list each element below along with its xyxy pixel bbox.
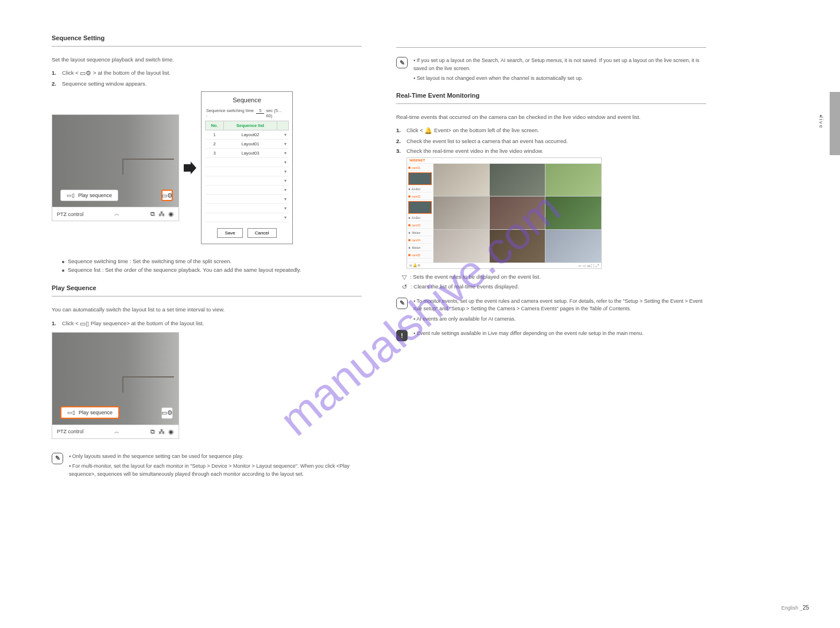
table-row[interactable]: ▾ xyxy=(206,204,289,213)
camera-tile[interactable] xyxy=(545,164,601,197)
panel-footer: PTZ control ︿ ⧉ ⁂ ◉ xyxy=(52,207,179,221)
seq-shot-row: ▭▯ Play sequence ▭⚙ PTZ control ︿ ⧉ ⁂ xyxy=(52,91,362,244)
side-tab-label: live xyxy=(818,115,825,129)
camera-tile[interactable] xyxy=(490,197,545,229)
event-caution: ! ▪ Event rule settings available in Liv… xyxy=(396,330,706,341)
note-icon: ✎ xyxy=(396,298,408,309)
table-row[interactable]: 3Layout03▾ xyxy=(206,149,289,158)
sw-time-label: Sequence switching time : xyxy=(206,108,254,118)
table-row[interactable]: 2Layout01▾ xyxy=(206,140,289,149)
sequence-settings-button[interactable]: ▭⚙ xyxy=(161,190,173,201)
camera-tile[interactable] xyxy=(545,230,601,263)
app-logo: WISENET xyxy=(409,159,425,162)
camera-tile[interactable] xyxy=(433,197,489,229)
settings-icon: ▭⚙ xyxy=(161,409,173,417)
heading-event-monitoring: Real-Time Event Monitoring xyxy=(396,92,706,99)
thumbnail[interactable] xyxy=(408,201,432,214)
list-item[interactable]: cam01 xyxy=(408,165,432,171)
save-button[interactable]: Save xyxy=(217,228,242,238)
note-icon: ✎ xyxy=(396,57,408,68)
sequence-icon: ▭▯ xyxy=(67,192,75,198)
panel-footer: PTZ control ︿ ⧉ ⁂ ◉ xyxy=(52,425,179,438)
clear-icon: ↺ xyxy=(402,283,407,291)
table-row[interactable]: ▾ xyxy=(206,186,289,195)
camera-tile[interactable] xyxy=(490,164,545,197)
video-grid xyxy=(433,164,601,263)
bullet-sw-time: Sequence switching time : Set the switch… xyxy=(62,258,362,264)
list-item[interactable]: ⏵ Motion xyxy=(408,245,432,251)
table-row[interactable]: ▾ xyxy=(206,195,289,204)
camera-preview: ▭▯ Play sequence ▭⚙ xyxy=(52,115,179,207)
divider xyxy=(52,296,362,296)
sequence-icon: ▭▯ xyxy=(80,320,89,328)
table-row[interactable]: 1Layout02▾ xyxy=(206,130,289,140)
sequence-table: No. Sequence list 1Layout02▾ 2Layout01▾ … xyxy=(205,121,289,222)
list-item[interactable]: ⏵ Motion xyxy=(408,230,432,236)
rec-icon[interactable]: ◉ xyxy=(168,210,174,218)
event-monitor-screenshot: WISENET cam01 ⏵ AI+Evt cam02 ⏵ AI+Evt ca… xyxy=(407,157,602,269)
table-row[interactable]: ▾ xyxy=(206,213,289,222)
footer-icons-left[interactable]: ⧉ 🔔 ⚙ xyxy=(409,263,420,268)
event-sidebar: cam01 ⏵ AI+Evt cam02 ⏵ AI+Evt cam03 ⏵ Mo… xyxy=(407,164,433,263)
chevron-up-icon[interactable]: ︿ xyxy=(114,428,119,436)
play-seq-desc: You can automatically switch the layout … xyxy=(52,306,362,314)
footer-icons-right[interactable]: ▭ ▭ ⊞ ⛶ ⤢ xyxy=(578,264,599,268)
event-note: ✎ ▪ To monitor events, set up the event … xyxy=(396,298,706,323)
divider xyxy=(396,103,706,104)
list-item[interactable]: ⏵ AI+Evt xyxy=(408,186,432,192)
filter-icon-line: ▽ : Sets the event rules to be displayed… xyxy=(402,273,706,281)
sequence-dialog: Sequence Sequence switching time : 5 sec… xyxy=(201,91,293,244)
sequence-settings-button[interactable]: ▭⚙ xyxy=(161,407,173,419)
list-item[interactable]: cam02 xyxy=(408,194,432,200)
thumbnail[interactable] xyxy=(408,172,432,185)
camera-tile[interactable] xyxy=(490,230,545,263)
sequence-icon: ▭▯ xyxy=(67,410,75,415)
settings-icon: ▭⚙ xyxy=(161,192,173,199)
rec-icon[interactable]: ◉ xyxy=(168,428,174,436)
bell-icon: 🔔 xyxy=(424,127,432,134)
list-item[interactable]: ⏵ AI+Evt xyxy=(408,215,432,221)
play-seq-note: ✎ ▪ Only layouts saved in the sequence s… xyxy=(52,453,362,479)
popout-icon[interactable]: ⧉ xyxy=(150,428,155,436)
table-row[interactable]: ▾ xyxy=(206,176,289,186)
event-desc: Real-time events that occurred on the ca… xyxy=(396,113,706,121)
event-step-3: 3.Check the real-time event video in the… xyxy=(396,148,706,154)
seq-screenshot-panel: ▭▯ Play sequence ▭⚙ PTZ control ︿ ⧉ ⁂ xyxy=(52,114,179,221)
side-tab-bar xyxy=(830,92,840,155)
chevron-up-icon[interactable]: ︿ xyxy=(114,210,119,218)
filter-icon: ▽ xyxy=(402,273,407,281)
snapshot-icon[interactable]: ⁂ xyxy=(158,210,165,218)
page-container: Sequence Setting Set the layout sequence… xyxy=(52,34,706,485)
list-item[interactable]: cam05 xyxy=(408,252,432,259)
sw-time-input[interactable]: 5 xyxy=(256,108,264,114)
play-sequence-button[interactable]: ▭▯ Play sequence xyxy=(60,190,118,201)
settings-icon: ▭⚙ xyxy=(80,70,91,77)
save-note: ✎ ▪ If you set up a layout on the Search… xyxy=(396,57,706,83)
popout-icon[interactable]: ⧉ xyxy=(150,210,155,218)
clear-icon-line: ↺ : Clears the list of real-time events … xyxy=(402,283,706,291)
play-sequence-button[interactable]: ▭▯ Play sequence xyxy=(60,406,119,419)
table-row[interactable]: ▾ xyxy=(206,167,289,176)
dialog-title: Sequence xyxy=(202,92,292,108)
page-footer: English _25 xyxy=(781,604,811,611)
snapshot-icon[interactable]: ⁂ xyxy=(158,428,165,436)
camera-preview: ▭▯ Play sequence ▭⚙ xyxy=(52,333,179,425)
cancel-button[interactable]: Cancel xyxy=(247,228,277,238)
right-column: ✎ ▪ If you set up a layout on the Search… xyxy=(396,34,706,485)
camera-tile[interactable] xyxy=(433,230,489,263)
bullet-seq-list: Sequence list : Set the order of the seq… xyxy=(62,267,362,273)
event-step-2: 2.Check the event list to select a camer… xyxy=(396,138,706,144)
list-item[interactable]: cam04 xyxy=(408,237,432,244)
camera-tile[interactable] xyxy=(545,197,601,229)
play-step-1: 1.Click < ▭▯ Play sequence> at the botto… xyxy=(52,320,362,328)
seq-setting-desc: Set the layout sequence playback and swi… xyxy=(52,56,362,64)
list-item[interactable]: cam03 xyxy=(408,222,432,229)
heading-play-sequence: Play Sequence xyxy=(52,284,362,291)
caution-icon: ! xyxy=(396,330,408,341)
left-column: Sequence Setting Set the layout sequence… xyxy=(52,34,362,485)
camera-tile[interactable] xyxy=(433,164,489,197)
event-step-1: 1.Click < 🔔 Event> on the bottom left of… xyxy=(396,127,706,134)
note-icon: ✎ xyxy=(52,453,63,464)
table-row[interactable]: ▾ xyxy=(206,158,289,167)
divider xyxy=(52,46,362,47)
